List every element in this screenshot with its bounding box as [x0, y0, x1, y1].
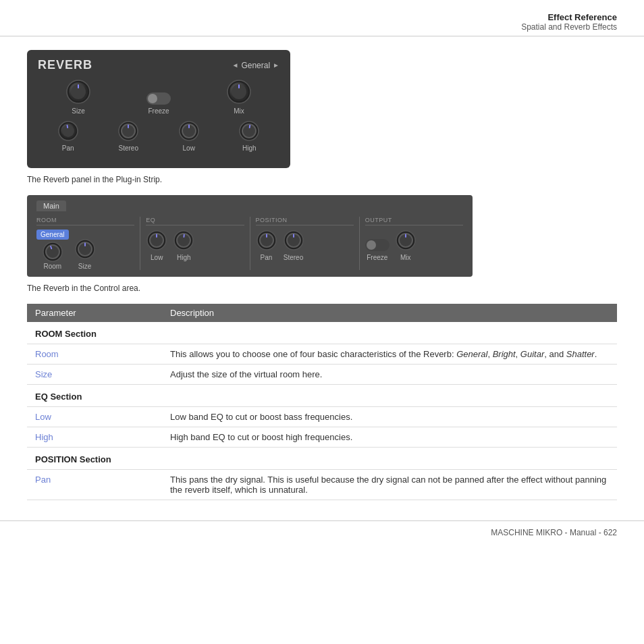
- page-header: Effect Reference Spatial and Reverb Effe…: [0, 0, 644, 36]
- high-knob[interactable]: [238, 120, 260, 142]
- param-name-cell: Size: [27, 365, 162, 385]
- control-area-panel: Main ROOM General Room: [27, 195, 473, 277]
- low-knob-group: Low: [178, 120, 200, 152]
- param-name-cell: Low: [27, 407, 162, 427]
- freeze-ctrl-label: Freeze: [367, 254, 387, 261]
- eq-knobs: Low High: [146, 230, 244, 261]
- main-content: REVERB ◄ General ►: [0, 36, 644, 514]
- control-output-section: OUTPUT Freeze: [365, 217, 463, 270]
- control-room-section: ROOM General Room: [36, 217, 140, 270]
- reverb-title: REVERB: [38, 58, 92, 72]
- freeze-toggle[interactable]: [146, 92, 171, 105]
- high-ctrl-group: High: [173, 230, 194, 261]
- freeze-ctrl-toggle[interactable]: [365, 239, 390, 251]
- room-knob-label: Room: [43, 263, 61, 270]
- pan-ctrl-knob[interactable]: [256, 230, 277, 251]
- param-desc-cell: This allows you to choose one of four ba…: [162, 344, 617, 365]
- header-title: Effect Reference: [27, 12, 617, 22]
- plugin-caption: The Reverb panel in the Plug-in Strip.: [27, 175, 617, 184]
- mix-knob-group: Mix: [226, 79, 252, 115]
- mix-knob[interactable]: [226, 79, 252, 105]
- svg-line-27: [51, 246, 51, 248]
- freeze-ctrl-thumb: [367, 240, 376, 250]
- param-name-cell: Pan: [27, 470, 162, 500]
- pan-ctrl-label: Pan: [261, 254, 273, 261]
- high-knob-group: High: [238, 120, 260, 152]
- room-section-label: ROOM: [36, 217, 134, 225]
- room-col: General Room: [36, 230, 69, 270]
- footer-text: MASCHINE MIKRO - Manual - 622: [491, 528, 617, 537]
- svg-point-10: [62, 125, 74, 137]
- svg-line-11: [67, 126, 68, 128]
- nav-left-arrow[interactable]: ◄: [232, 61, 238, 69]
- pan-label: Pan: [62, 144, 74, 152]
- position-section-label: POSITION: [256, 217, 354, 225]
- bottom-knob-row: Pan Stereo Low: [38, 120, 279, 152]
- stereo-ctrl-group: Stereo: [283, 230, 304, 261]
- main-tab[interactable]: Main: [36, 200, 66, 211]
- output-section-label: OUTPUT: [365, 217, 463, 225]
- reverb-nav: ◄ General ►: [232, 61, 279, 70]
- pan-knob-group: Pan: [57, 120, 79, 152]
- control-eq-section: EQ Low: [146, 217, 250, 270]
- high-label: High: [242, 144, 257, 152]
- high-ctrl-knob[interactable]: [173, 230, 194, 251]
- section-header-cell: POSITION Section: [27, 448, 617, 470]
- reverb-plugin-panel: REVERB ◄ General ►: [27, 50, 290, 168]
- freeze-toggle-group: Freeze: [146, 92, 171, 115]
- low-ctrl-knob[interactable]: [146, 230, 167, 251]
- size-knob[interactable]: [65, 79, 91, 105]
- room-knobs: General Room: [36, 230, 134, 270]
- control-tabs: Main: [36, 200, 463, 211]
- param-name-cell: Room: [27, 344, 162, 365]
- top-knob-row: Size Freeze: [38, 79, 279, 115]
- reverb-panel-header: REVERB ◄ General ►: [38, 58, 279, 72]
- size-label: Size: [72, 107, 84, 115]
- stereo-ctrl-label: Stereo: [284, 254, 303, 261]
- pan-ctrl-group: Pan: [256, 230, 277, 261]
- section-header-cell: EQ Section: [27, 385, 617, 407]
- col-description: Description: [162, 304, 617, 322]
- position-knobs: Pan Stereo: [256, 230, 354, 261]
- nav-right-arrow[interactable]: ►: [273, 61, 279, 69]
- stereo-knob[interactable]: [117, 120, 139, 142]
- mix-ctrl-group: Mix: [395, 230, 417, 261]
- stereo-knob-group: Stereo: [117, 120, 139, 152]
- section-header-cell: ROOM Section: [27, 322, 617, 344]
- param-name-cell: High: [27, 427, 162, 448]
- high-ctrl-label: High: [177, 254, 191, 261]
- parameter-table: Parameter Description ROOM SectionRoomTh…: [27, 304, 617, 500]
- stereo-label: Stereo: [119, 144, 138, 152]
- param-desc-cell: Adjust the size of the virtual room here…: [162, 365, 617, 385]
- room-knob[interactable]: [42, 241, 63, 263]
- size-ctrl-label: Size: [78, 263, 91, 270]
- general-button[interactable]: General: [36, 230, 69, 240]
- page-footer: MASCHINE MIKRO - Manual - 622: [0, 520, 644, 544]
- param-desc-cell: This pans the dry signal. This is useful…: [162, 470, 617, 500]
- size-ctrl-knob[interactable]: [74, 238, 96, 260]
- param-desc-cell: High band EQ to cut or boost high freque…: [162, 427, 617, 448]
- header-subtitle: Spatial and Reverb Effects: [27, 22, 617, 32]
- low-ctrl-group: Low: [146, 230, 167, 261]
- eq-section-label: EQ: [146, 217, 244, 225]
- low-ctrl-label: Low: [151, 254, 163, 261]
- pan-knob[interactable]: [57, 120, 79, 142]
- size-knob-group: Size: [65, 79, 91, 115]
- low-knob[interactable]: [178, 120, 200, 142]
- mix-ctrl-label: Mix: [400, 254, 411, 261]
- freeze-ctrl-group: Freeze: [365, 239, 390, 261]
- control-position-section: POSITION Pan: [256, 217, 360, 270]
- col-parameter: Parameter: [27, 304, 162, 322]
- freeze-label: Freeze: [148, 107, 169, 115]
- control-caption: The Reverb in the Control area.: [27, 284, 617, 293]
- svg-point-26: [47, 246, 59, 258]
- control-sections: ROOM General Room: [36, 217, 463, 270]
- mix-ctrl-knob[interactable]: [395, 230, 417, 251]
- stereo-ctrl-knob[interactable]: [283, 230, 304, 251]
- nav-label: General: [241, 61, 270, 70]
- mix-label: Mix: [234, 107, 244, 115]
- size-ctrl-group: Size: [74, 238, 96, 270]
- toggle-thumb: [148, 94, 157, 103]
- param-desc-cell: Low band EQ to cut or boost bass frequen…: [162, 407, 617, 427]
- low-label: Low: [183, 144, 195, 152]
